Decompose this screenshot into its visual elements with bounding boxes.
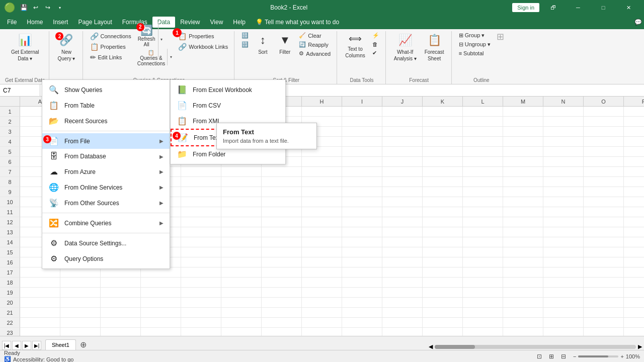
dd-from-online-services[interactable]: 🌐 From Online Services ▶ <box>42 179 170 195</box>
cell-21-3[interactable] <box>141 308 181 318</box>
restore-window-button[interactable]: 🗗 <box>541 0 565 15</box>
cell-5-11[interactable] <box>463 147 503 157</box>
data-validation-button[interactable]: ✔ <box>370 49 381 57</box>
cell-23-5[interactable] <box>221 328 262 336</box>
cell-15-9[interactable] <box>382 247 423 257</box>
cell-23-14[interactable] <box>584 328 624 336</box>
cell-14-13[interactable] <box>543 237 584 247</box>
cell-8-9[interactable] <box>382 177 423 187</box>
cell-19-0[interactable] <box>20 288 60 298</box>
cell-9-6[interactable] <box>262 187 302 197</box>
cell-16-8[interactable] <box>342 257 382 267</box>
cell-2-13[interactable] <box>543 117 584 127</box>
cell-17-1[interactable] <box>60 267 101 278</box>
cell-20-13[interactable] <box>543 298 584 308</box>
cell-18-10[interactable] <box>423 278 463 288</box>
cell-21-6[interactable] <box>262 308 302 318</box>
cell-15-5[interactable] <box>221 247 262 257</box>
cell-19-11[interactable] <box>463 288 503 298</box>
cell-11-11[interactable] <box>463 207 503 217</box>
cell-14-6[interactable] <box>262 237 302 247</box>
cell-16-13[interactable] <box>543 257 584 267</box>
cell-14-10[interactable] <box>423 237 463 247</box>
cell-23-7[interactable] <box>302 328 342 336</box>
cell-19-4[interactable] <box>181 288 221 298</box>
cell-18-6[interactable] <box>262 278 302 288</box>
page-layout-view-button[interactable]: ⊞ <box>546 352 557 361</box>
cell-4-8[interactable] <box>342 137 382 147</box>
cell-15-6[interactable] <box>262 247 302 257</box>
row-header-1[interactable]: 1 <box>0 107 20 117</box>
cell-21-12[interactable] <box>503 308 543 318</box>
sheet-nav-last[interactable]: ▶| <box>32 341 41 350</box>
cell-15-12[interactable] <box>503 247 543 257</box>
cell-20-11[interactable] <box>463 298 503 308</box>
cell-10-5[interactable] <box>221 197 262 207</box>
row-header-13[interactable]: 13 <box>0 227 20 237</box>
new-query-button[interactable]: 2 🔗 NewQuery ▾ <box>54 31 78 66</box>
dd-from-excel-workbook[interactable]: 📗 From Excel Workbook <box>171 82 285 98</box>
cell-14-8[interactable] <box>342 237 382 247</box>
cell-10-8[interactable] <box>342 197 382 207</box>
cell-23-4[interactable] <box>181 328 221 336</box>
row-header-10[interactable]: 10 <box>0 197 20 207</box>
cell-14-15[interactable] <box>624 237 644 247</box>
cell-5-10[interactable] <box>423 147 463 157</box>
dd-query-options[interactable]: ⚙ Query Options <box>42 251 170 266</box>
cell-13-7[interactable] <box>302 227 342 237</box>
signin-button[interactable]: Sign in <box>512 3 539 12</box>
remove-duplicates-button[interactable]: 🗑 <box>370 40 381 48</box>
row-header-5[interactable]: 5 <box>0 147 20 157</box>
menu-search[interactable]: 💡 Tell me what you want to do <box>251 17 344 28</box>
row-header-9[interactable]: 9 <box>0 187 20 197</box>
cell-7-10[interactable] <box>423 167 463 177</box>
cell-7-4[interactable] <box>181 167 221 177</box>
cell-18-7[interactable] <box>302 278 342 288</box>
cell-3-10[interactable] <box>423 127 463 137</box>
cell-20-6[interactable] <box>262 298 302 308</box>
sort-button[interactable]: ↕ Sort <box>253 31 273 66</box>
cell-16-11[interactable] <box>463 257 503 267</box>
cell-12-6[interactable] <box>262 217 302 227</box>
cell-8-13[interactable] <box>543 177 584 187</box>
cell-8-11[interactable] <box>463 177 503 187</box>
dd-recent-sources[interactable]: 📂 Recent Sources <box>42 113 170 129</box>
subtotal-button[interactable]: ≡ Subtotal <box>457 49 493 57</box>
cell-11-12[interactable] <box>503 207 543 217</box>
row-header-4[interactable]: 4 <box>0 137 20 147</box>
row-header-14[interactable]: 14 <box>0 237 20 247</box>
sheet-nav-next[interactable]: ▶ <box>22 341 31 350</box>
cell-17-2[interactable] <box>101 267 141 278</box>
cell-4-15[interactable] <box>624 137 644 147</box>
cell-19-12[interactable] <box>503 288 543 298</box>
za-sort-button[interactable]: 🔡 <box>239 40 251 49</box>
cell-6-9[interactable] <box>382 157 423 167</box>
cell-8-8[interactable] <box>342 177 382 187</box>
row-header-23[interactable]: 23 <box>0 328 20 336</box>
cell-16-15[interactable] <box>624 257 644 267</box>
cell-19-10[interactable] <box>423 288 463 298</box>
cell-23-12[interactable] <box>503 328 543 336</box>
cell-2-8[interactable] <box>342 117 382 127</box>
cell-14-7[interactable] <box>302 237 342 247</box>
cell-9-9[interactable] <box>382 187 423 197</box>
cell-9-5[interactable] <box>221 187 262 197</box>
horizontal-scrollbar[interactable] <box>435 345 636 349</box>
cell-13-10[interactable] <box>423 227 463 237</box>
cell-18-1[interactable] <box>60 278 101 288</box>
cell-21-9[interactable] <box>382 308 423 318</box>
cell-11-5[interactable] <box>221 207 262 217</box>
cell-3-14[interactable] <box>584 127 624 137</box>
cell-15-10[interactable] <box>423 247 463 257</box>
cell-5-13[interactable] <box>543 147 584 157</box>
cell-22-3[interactable] <box>141 318 181 328</box>
cell-22-4[interactable] <box>181 318 221 328</box>
cell-15-14[interactable] <box>584 247 624 257</box>
cell-16-12[interactable] <box>503 257 543 267</box>
cell-20-15[interactable] <box>624 298 644 308</box>
cell-9-13[interactable] <box>543 187 584 197</box>
cell-14-9[interactable] <box>382 237 423 247</box>
cell-18-11[interactable] <box>463 278 503 288</box>
cell-3-9[interactable] <box>382 127 423 137</box>
cell-8-6[interactable] <box>262 177 302 187</box>
